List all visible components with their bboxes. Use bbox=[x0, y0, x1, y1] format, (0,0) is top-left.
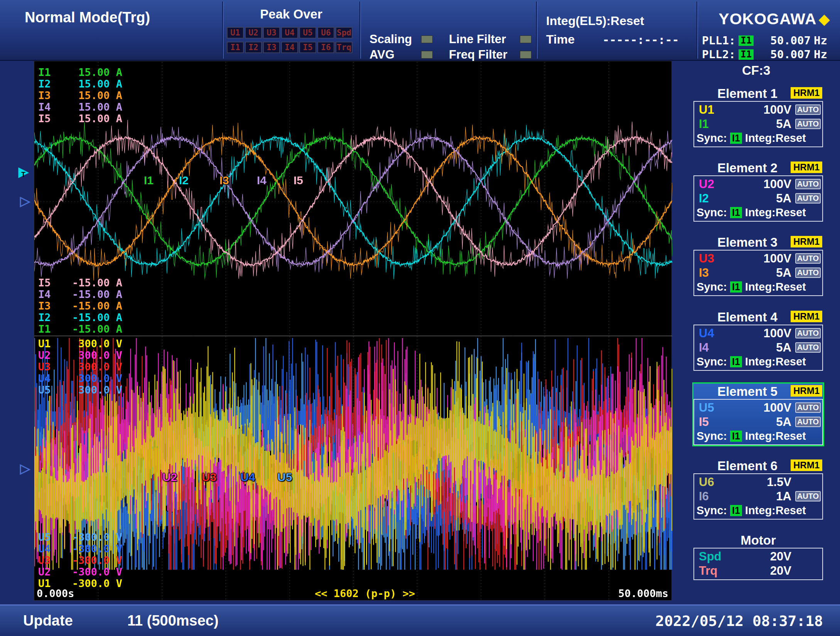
waveform-canvas bbox=[34, 61, 672, 601]
footer-bar: Update 11 (500msec) 2022/05/12 08:37:18 bbox=[0, 604, 840, 636]
element-1-panel[interactable]: Element 1HRM1 U1100VAUTO I15AAUTO Sync:I… bbox=[693, 86, 823, 147]
time-end-label: 50.000ms bbox=[618, 587, 668, 599]
freq-filter-label: Freq Filter bbox=[449, 48, 508, 62]
avg-indicator bbox=[421, 51, 433, 59]
hrm1-badge: HRM1 bbox=[791, 385, 822, 397]
sync-label: Sync: bbox=[697, 132, 727, 145]
hrm1-badge: HRM1 bbox=[791, 162, 822, 173]
hrm1-badge: HRM1 bbox=[791, 311, 822, 322]
pp-readout: << 1602 (p-p) >> bbox=[315, 587, 415, 599]
channel-scale-value: -300.0 V bbox=[60, 566, 122, 578]
scale-row: I2-15.00 A bbox=[38, 312, 122, 323]
plot-area: I115.00 A I215.00 A I315.00 A I415.00 A … bbox=[34, 61, 672, 601]
pll1-source-badge: I1 bbox=[739, 35, 754, 46]
u-range-value: 100V bbox=[764, 252, 791, 266]
scaling-indicator bbox=[421, 35, 433, 43]
pll1-frequency-value: 50.007 bbox=[770, 34, 811, 47]
pll2-unit: Hz bbox=[814, 48, 831, 61]
i-range-value: 5A bbox=[776, 266, 791, 280]
mode-indicator: Normal Mode(Trg) bbox=[25, 9, 150, 26]
trigger-level-marker[interactable]: ▶T bbox=[19, 165, 29, 178]
element-3-panel[interactable]: Element 3HRM1 U3100VAUTO I35AAUTO Sync:I… bbox=[693, 234, 823, 296]
time-start-label: 0.000s bbox=[37, 587, 74, 599]
inline-channel-label: I5 bbox=[293, 174, 303, 187]
u-range-value: 100V bbox=[764, 401, 791, 415]
channel-tag: U4 bbox=[38, 543, 60, 555]
channel-scale-value: 15.00 A bbox=[60, 113, 122, 125]
scale-row: U4300.0 V bbox=[38, 373, 122, 384]
u-channel-label: U3 bbox=[696, 252, 727, 266]
scale-row: U4-300.0 V bbox=[38, 543, 122, 555]
channel-scale-value: 15.00 A bbox=[60, 78, 122, 90]
i-channel-label: I5 bbox=[696, 415, 727, 429]
header-divider bbox=[536, 2, 538, 59]
channel-scale-value: -300.0 V bbox=[60, 543, 122, 555]
u-range-value: 100V bbox=[764, 103, 791, 117]
element-2-panel[interactable]: Element 2HRM1 U2100VAUTO I25AAUTO Sync:I… bbox=[693, 160, 823, 222]
header-divider bbox=[222, 2, 224, 59]
i-range-value: 5A bbox=[776, 192, 791, 205]
peak-over-cell: U1 bbox=[227, 27, 244, 39]
pll2-readout: PLL2: I1 50.007 Hz bbox=[702, 48, 831, 61]
inline-channel-label: I3 bbox=[219, 174, 229, 187]
time-value: -----:--:-- bbox=[602, 33, 679, 47]
channel-scale-value: -15.00 A bbox=[60, 277, 122, 289]
channel-tag: I3 bbox=[38, 300, 60, 312]
line-filter-indicator bbox=[520, 35, 531, 43]
channel-scale-value: -15.00 A bbox=[60, 289, 122, 300]
i-range-value: 5A bbox=[776, 117, 791, 131]
brand-text: YOKOGAWA bbox=[719, 10, 816, 28]
motor-panel[interactable]: Motor Spd20V Trq20V bbox=[693, 532, 823, 580]
update-interval: 11 (500msec) bbox=[127, 612, 219, 629]
pll1-unit: Hz bbox=[814, 34, 831, 47]
channel-scale-value: -15.00 A bbox=[60, 300, 122, 312]
element-4-panel[interactable]: Element 4HRM1 U4100VAUTO I45AAUTO Sync:I… bbox=[693, 309, 823, 371]
current-zero-marker[interactable]: ▷ bbox=[20, 194, 30, 207]
u-auto-badge: AUTO bbox=[795, 104, 821, 115]
i-channel-label: I1 bbox=[696, 117, 727, 131]
inline-channel-label: I1 bbox=[144, 174, 153, 187]
channel-tag: I2 bbox=[38, 78, 60, 90]
header-divider bbox=[697, 2, 698, 59]
inline-channel-label: I4 bbox=[257, 174, 267, 187]
channel-tag: I4 bbox=[38, 101, 60, 113]
channel-scale-value: -300.0 V bbox=[60, 555, 122, 566]
channel-scale-value: 300.0 V bbox=[60, 373, 122, 384]
channel-tag: I3 bbox=[38, 90, 60, 101]
pll2-source-badge: I1 bbox=[739, 49, 754, 60]
peak-over-cell: U5 bbox=[299, 27, 316, 39]
u-range-value: 1.5V bbox=[767, 475, 791, 489]
motor-title: Motor bbox=[693, 532, 823, 548]
scale-row: I115.00 A bbox=[38, 67, 122, 78]
u-range-value: 100V bbox=[764, 326, 791, 340]
scale-row: U5-300.0 V bbox=[38, 532, 122, 543]
scale-row: U1300.0 V bbox=[38, 338, 122, 350]
i-range-value: 1A bbox=[776, 490, 791, 503]
u-range-value: 100V bbox=[764, 177, 791, 191]
i-auto-badge: AUTO bbox=[795, 268, 821, 278]
channel-scale-value: 15.00 A bbox=[60, 90, 122, 101]
pll2-frequency-value: 50.007 bbox=[770, 48, 811, 61]
spd-range-value: 20V bbox=[770, 550, 791, 564]
sync-label: Sync: bbox=[697, 355, 727, 368]
channel-tag: I1 bbox=[38, 67, 60, 78]
hrm1-badge: HRM1 bbox=[791, 87, 822, 99]
channel-tag: U1 bbox=[38, 338, 60, 350]
peak-over-label: Peak Over bbox=[228, 7, 355, 22]
u-auto-badge: AUTO bbox=[795, 253, 821, 264]
crest-factor-label: CF:3 bbox=[742, 63, 770, 78]
channel-tag: U2 bbox=[38, 566, 60, 578]
scale-row: U2-300.0 V bbox=[38, 566, 122, 578]
channel-scale-value: 300.0 V bbox=[60, 361, 122, 373]
channel-tag: I1 bbox=[38, 323, 60, 335]
datetime-display: 2022/05/12 08:37:18 bbox=[655, 612, 823, 629]
peak-over-cell: I4 bbox=[281, 42, 298, 53]
line-filter-label: Line Filter bbox=[449, 32, 506, 46]
i-range-value: 5A bbox=[776, 415, 791, 429]
element-6-panel[interactable]: Element 6HRM1 U61.5V I61AAUTO Sync:I1Int… bbox=[693, 458, 823, 520]
voltage-zero-marker[interactable]: ▷ bbox=[20, 462, 30, 475]
u-channel-label: U2 bbox=[696, 177, 727, 191]
channel-tag: U3 bbox=[38, 361, 60, 373]
element-5-panel[interactable]: Element 5HRM1 U5100VAUTO I55AAUTO Sync:I… bbox=[693, 384, 823, 445]
scale-row: I5-15.00 A bbox=[38, 277, 122, 289]
